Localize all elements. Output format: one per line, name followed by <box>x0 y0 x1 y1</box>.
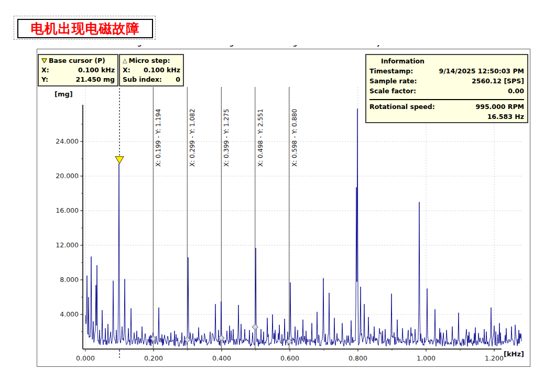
base-cursor-title: Base cursor (P) <box>49 56 105 66</box>
y-tick-label: 4.000 <box>60 310 79 318</box>
micro-step-title: Micro step: <box>128 56 170 66</box>
harmonic-label: X: 0.399 - Y: 1.275 <box>223 109 230 167</box>
micro-step-subindex-row: Sub index: 0 <box>123 75 180 84</box>
micro-step-box: △ Micro step: X: 0.100 kHz Sub index: 0 <box>119 54 184 86</box>
harmonic-label: X: 0.199 - Y: 1.194 <box>155 109 162 167</box>
harmonic-diamond-marker[interactable] <box>252 324 258 330</box>
micro-step-x-row: X: 0.100 kHz <box>123 66 180 75</box>
x-tick-label: 0.000 <box>76 354 95 362</box>
y-tick-label: 24.000 <box>56 137 79 145</box>
x-tick-label: 1.200 <box>485 354 504 362</box>
base-cursor-triangle-icon <box>41 58 47 63</box>
information-box: Information Timestamp: 9/14/2025 12:50:0… <box>365 54 528 123</box>
x-axis-unit-label: [kHz] <box>504 350 524 358</box>
y-tick-label: 16.000 <box>56 206 79 214</box>
x-tick-label: 0.400 <box>212 354 231 362</box>
base-cursor-y-row: Y: 21.450 mg <box>41 75 115 84</box>
x-tick-label: 0.200 <box>144 354 163 362</box>
x-tick-label: 0.800 <box>349 354 367 362</box>
base-cursor-x-row: X: 0.100 kHz <box>41 66 115 75</box>
harmonic-diamond-marker[interactable] <box>219 335 224 341</box>
base-cursor-box: Base cursor (P) X: 0.100 kHz Y: 21.450 m… <box>38 54 118 86</box>
info-rotational-speed-row: Rotational speed: 995.000 RPM <box>369 102 524 112</box>
x-tick-label: 0.600 <box>280 354 299 362</box>
fault-annotation-box[interactable]: 电机出现电磁故障 <box>17 19 153 38</box>
harmonic-label: X: 0.299 - Y: 1.082 <box>189 109 196 167</box>
micro-step-triangle-icon: △ <box>123 56 127 66</box>
spectrum-trace <box>85 108 521 346</box>
y-tick-label: 12.000 <box>56 241 79 249</box>
info-timestamp-row: Timestamp: 9/14/2025 12:50:03 PM <box>369 66 524 76</box>
info-scale-factor-row: Scale factor: 0.00 <box>369 86 524 96</box>
y-axis-unit-label: [mg] <box>55 90 73 98</box>
y-tick-label: 20.000 <box>56 172 79 180</box>
harmonic-label: X: 0.598 - Y: 0.880 <box>291 109 298 167</box>
info-separator <box>369 99 524 100</box>
base-cursor-marker[interactable] <box>115 157 124 164</box>
harmonic-label: X: 0.498 - Y: 2.551 <box>257 109 264 167</box>
x-tick-label: 1.000 <box>417 354 436 362</box>
info-rotational-hz-row: 16.583 Hz <box>369 112 524 122</box>
fault-annotation-text: 电机出现电磁故障 <box>31 22 140 35</box>
information-title: Information <box>369 56 524 66</box>
y-tick-label: 8.000 <box>60 276 79 284</box>
info-sample-rate-row: Sample rate: 2560.12 [SPS] <box>369 76 524 86</box>
